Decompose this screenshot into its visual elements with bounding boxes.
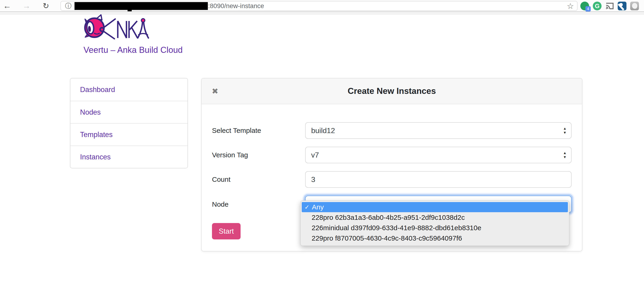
sidebar-nav: Dashboard Nodes Templates Instances: [70, 78, 188, 168]
anka-logo: [82, 14, 152, 42]
url-text: :8090/new-instance: [208, 2, 264, 10]
modal-header: ✖ Create New Instances: [202, 78, 582, 104]
template-label: Select Template: [212, 127, 305, 134]
count-label: Count: [212, 176, 305, 183]
extension-badge: 4: [586, 6, 591, 12]
form-row-version: Version Tag v7 ▲▼: [212, 147, 572, 163]
node-dropdown-menu: ✓ Any 228pro 62b3a1a3-6ab0-4b25-a951-2df…: [300, 200, 569, 246]
form-row-template: Select Template build12 ▲▼: [212, 122, 572, 139]
cast-glyph: [606, 2, 614, 10]
extension-green-icon[interactable]: 4: [580, 2, 589, 10]
sidebar-item-instances[interactable]: Instances: [70, 146, 188, 168]
create-instances-modal: ✖ Create New Instances Select Template b…: [201, 78, 582, 252]
select-spinner-icon: ▲▼: [563, 151, 566, 159]
version-select[interactable]: v7 ▲▼: [305, 147, 572, 163]
form-row-count: Count: [212, 171, 572, 188]
sidebar-item-nodes[interactable]: Nodes: [70, 101, 188, 123]
count-input[interactable]: [305, 171, 572, 188]
version-label: Version Tag: [212, 151, 305, 159]
browser-toolbar: ← → ↻ ⓘ :8090/new-instance ☆ 4 G: [0, 0, 644, 12]
version-select-value: v7: [311, 151, 319, 160]
reload-icon[interactable]: ↻: [40, 0, 51, 12]
cast-icon[interactable]: [605, 2, 614, 10]
start-button[interactable]: Start: [212, 223, 240, 240]
bookmark-star-icon[interactable]: ☆: [567, 2, 574, 10]
extension-gray-icon[interactable]: [630, 2, 639, 10]
dropdown-option-226minidual[interactable]: 226minidual d397fd09-633d-41e9-8882-dbd6…: [300, 222, 569, 233]
grammarly-icon[interactable]: G: [593, 2, 602, 10]
screen: ← → ↻ ⓘ :8090/new-instance ☆ 4 G: [0, 0, 644, 304]
template-select-value: build12: [311, 126, 335, 135]
redacted-url-host: [74, 2, 208, 10]
brand-title: Veertu – Anka Build Cloud: [84, 45, 183, 55]
extension-gray-glyph: [632, 3, 637, 9]
select-spinner-icon: ▲▼: [563, 127, 566, 134]
sidebar-item-templates[interactable]: Templates: [70, 123, 188, 146]
extension-blue-icon[interactable]: [618, 2, 626, 10]
url-bar[interactable]: ⓘ :8090/new-instance ☆: [60, 1, 578, 11]
check-icon: ✓: [304, 204, 309, 211]
dropdown-option-229pro[interactable]: 229pro f8707005-4630-4c9c-8403-c9c596409…: [300, 233, 569, 243]
extension-icons: 4 G: [580, 2, 639, 10]
template-select[interactable]: build12 ▲▼: [305, 122, 572, 139]
forward-icon[interactable]: →: [21, 0, 32, 12]
node-label: Node: [212, 200, 305, 208]
modal-title: Create New Instances: [348, 86, 436, 96]
dropdown-option-any[interactable]: ✓ Any: [302, 202, 568, 212]
dropdown-option-228pro[interactable]: 228pro 62b3a1a3-6ab0-4b25-a951-2df9c1038…: [300, 212, 569, 222]
page-info-icon[interactable]: ⓘ: [65, 2, 72, 10]
back-icon[interactable]: ←: [2, 0, 12, 12]
close-icon[interactable]: ✖: [212, 86, 218, 96]
sidebar-item-dashboard[interactable]: Dashboard: [70, 78, 188, 101]
